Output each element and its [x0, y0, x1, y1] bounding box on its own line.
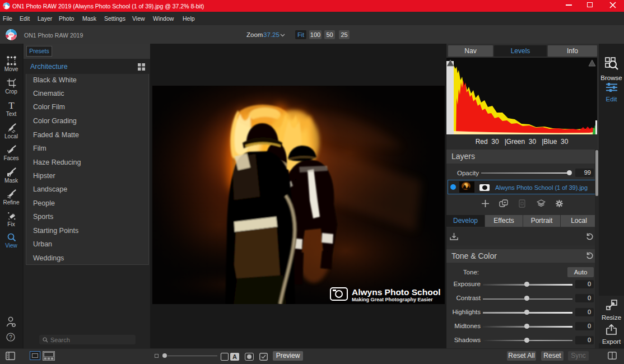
svg-text:Making Great Photography Easie: Making Great Photography Easier — [352, 297, 433, 302]
svg-text:?: ? — [9, 334, 12, 340]
svg-text:ON1: ON1 — [10, 34, 13, 36]
svg-text:T: T — [8, 101, 15, 110]
